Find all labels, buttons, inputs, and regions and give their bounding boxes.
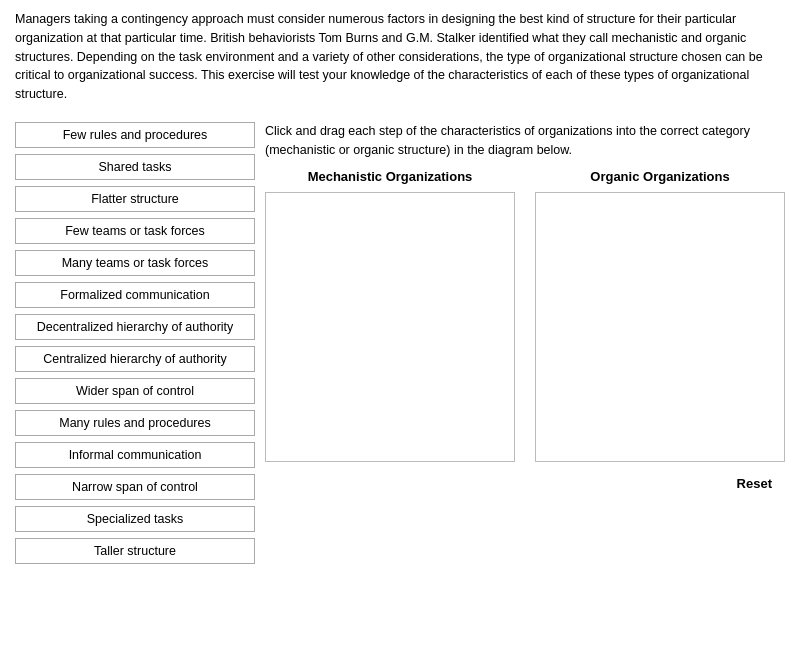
drag-item[interactable]: Wider span of control [15,378,255,404]
mechanistic-drop-zone[interactable] [265,192,515,462]
left-panel: Few rules and proceduresShared tasksFlat… [15,122,255,570]
drop-zones-container: Mechanistic Organizations Organic Organi… [265,169,785,462]
drag-item[interactable]: Narrow span of control [15,474,255,500]
drag-item[interactable]: Many teams or task forces [15,250,255,276]
drag-item[interactable]: Flatter structure [15,186,255,212]
instructions-text: Click and drag each step of the characte… [265,122,785,160]
drag-item[interactable]: Specialized tasks [15,506,255,532]
drag-item[interactable]: Informal communication [15,442,255,468]
drag-item[interactable]: Decentralized hierarchy of authority [15,314,255,340]
drag-item[interactable]: Shared tasks [15,154,255,180]
drag-item[interactable]: Few rules and procedures [15,122,255,148]
main-area: Few rules and proceduresShared tasksFlat… [15,122,785,570]
mechanistic-title: Mechanistic Organizations [265,169,515,184]
right-panel: Click and drag each step of the characte… [265,122,785,570]
mechanistic-container: Mechanistic Organizations [265,169,515,462]
drag-item[interactable]: Taller structure [15,538,255,564]
reset-button[interactable]: Reset [729,472,780,495]
organic-title: Organic Organizations [535,169,785,184]
drag-item[interactable]: Formalized communication [15,282,255,308]
drag-item[interactable]: Many rules and procedures [15,410,255,436]
organic-drop-zone[interactable] [535,192,785,462]
intro-paragraph: Managers taking a contingency approach m… [15,10,785,104]
organic-container: Organic Organizations [535,169,785,462]
drag-item[interactable]: Centralized hierarchy of authority [15,346,255,372]
reset-row: Reset [265,472,785,495]
drag-item[interactable]: Few teams or task forces [15,218,255,244]
